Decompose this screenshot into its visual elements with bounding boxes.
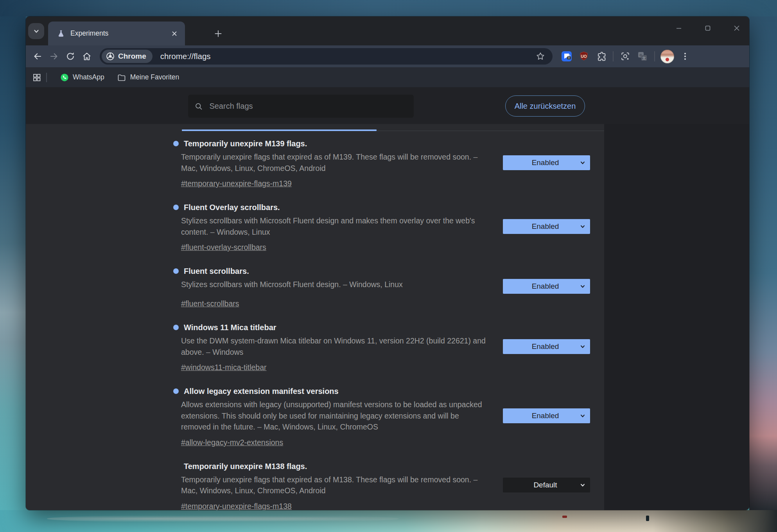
screenshot-lens-button[interactable] <box>617 48 634 65</box>
maximize-button[interactable] <box>699 21 716 36</box>
bookmark-whatsapp[interactable]: WhatsApp <box>57 72 108 83</box>
flag-entry: Allow legacy extension manifest versions… <box>173 386 590 448</box>
modified-dot <box>173 268 179 274</box>
modified-dot <box>173 388 179 394</box>
reset-all-button[interactable]: Alle zurücksetzen <box>505 95 585 117</box>
close-icon <box>734 25 740 31</box>
flag-title-text: Fluent Overlay scrollbars. <box>184 203 280 212</box>
flag-permalink[interactable]: #temporary-unexpire-flags-m139 <box>173 178 292 189</box>
wallpaper-foam <box>47 515 399 523</box>
flask-icon <box>57 29 65 38</box>
flag-permalink[interactable]: #fluent-overlay-scrollbars <box>173 242 266 252</box>
close-icon <box>171 30 178 37</box>
flag-title: Temporarily unexpire M138 flags. <box>173 461 495 471</box>
flag-title: Fluent Overlay scrollbars. <box>173 202 495 212</box>
browser-menu-button[interactable] <box>677 48 694 65</box>
available-tab-indicator <box>182 129 377 131</box>
flag-permalink[interactable]: #temporary-unexpire-flags-m138 <box>173 501 292 510</box>
bookmarks-separator <box>46 73 47 82</box>
flag-value-label: Default <box>533 481 557 489</box>
wallpaper-left <box>0 16 26 510</box>
password-manager-extension-icon[interactable] <box>558 48 575 65</box>
toolbar-separator <box>613 51 614 61</box>
flag-value-select[interactable]: Enabled <box>503 339 590 354</box>
flag-entry: Temporarily unexpire M139 flags. Tempora… <box>173 138 590 189</box>
window-controls <box>670 20 745 37</box>
chevron-down-icon <box>580 413 585 419</box>
translate-icon: G 文 <box>637 51 648 62</box>
flag-permalink[interactable]: #windows11-mica-titlebar <box>173 362 267 372</box>
flag-entry: Temporarily unexpire M138 flags. Tempora… <box>173 461 590 510</box>
toolbar-separator <box>654 51 655 61</box>
tabs-divider <box>377 131 604 131</box>
flags-page: Alle zurücksetzen Temporarily unexpire M… <box>26 87 749 510</box>
plus-icon <box>214 29 223 38</box>
translate-button[interactable]: G 文 <box>634 48 651 65</box>
url-badge-label: Chrome <box>118 52 146 61</box>
flag-description: Stylizes scrollbars with Microsoft Fluen… <box>173 279 490 294</box>
flag-value-select[interactable]: Enabled <box>503 155 590 170</box>
flag-value-label: Enabled <box>532 222 559 231</box>
flag-value-select[interactable]: Default <box>503 478 590 492</box>
extensions-puzzle-button[interactable] <box>592 48 610 65</box>
bookmark-star-button[interactable] <box>534 50 547 63</box>
flag-title: Temporarily unexpire M139 flags. <box>173 138 495 149</box>
flag-value-label: Enabled <box>532 282 559 291</box>
reload-button[interactable] <box>62 48 79 65</box>
flag-title: Windows 11 Mica titlebar <box>173 322 495 332</box>
whatsapp-icon <box>60 73 69 82</box>
flag-entry: Fluent scrollbars. Stylizes scrollbars w… <box>173 266 590 309</box>
browser-window: Experiments <box>26 16 749 510</box>
flag-permalink[interactable]: #fluent-scrollbars <box>173 298 239 309</box>
flag-description: Use the DWM system-drawn Mica titlebar o… <box>173 335 490 358</box>
modified-dot <box>173 325 179 330</box>
flag-title: Fluent scrollbars. <box>173 266 495 276</box>
browser-toolbar: Chrome chrome://flags <box>26 45 749 67</box>
flag-value-select[interactable]: Enabled <box>503 408 590 423</box>
minimize-button[interactable] <box>670 21 687 36</box>
flag-description: Temporarily unexpire flags that expired … <box>173 474 490 496</box>
tab-close-button[interactable] <box>169 29 179 39</box>
apps-grid-button[interactable] <box>29 70 45 85</box>
address-bar[interactable]: Chrome chrome://flags <box>100 48 553 65</box>
svg-text:文: 文 <box>642 56 646 60</box>
wallpaper-buoy <box>646 516 649 521</box>
forward-arrow-icon <box>49 51 59 61</box>
maximize-icon <box>705 25 711 31</box>
flag-entry: Windows 11 Mica titlebar Use the DWM sys… <box>173 322 590 372</box>
flag-permalink[interactable]: #allow-legacy-mv2-extensions <box>173 437 283 448</box>
bookmark-label: WhatsApp <box>73 73 104 81</box>
profile-avatar[interactable] <box>660 50 674 63</box>
puzzle-icon <box>596 51 607 62</box>
home-button[interactable] <box>79 48 95 65</box>
flags-search-box[interactable] <box>188 95 414 118</box>
new-tab-button[interactable] <box>212 27 224 40</box>
flag-value-select[interactable]: Enabled <box>503 279 590 294</box>
home-icon <box>82 51 92 61</box>
bookmarks-bar: WhatsApp Meine Favoriten <box>26 67 749 87</box>
url-site-badge[interactable]: Chrome <box>102 50 153 63</box>
forward-button[interactable] <box>46 48 62 65</box>
flag-description: Temporarily unexpire flags that expired … <box>173 151 490 174</box>
chrome-logo-icon <box>106 52 115 61</box>
close-button[interactable] <box>728 21 745 36</box>
apps-grid-icon <box>32 73 41 82</box>
flags-search-input[interactable] <box>208 101 407 111</box>
flags-page-header: Alle zurücksetzen <box>26 87 749 124</box>
wallpaper-boat <box>562 516 567 518</box>
flag-title: Allow legacy extension manifest versions <box>173 386 495 396</box>
ublock-origin-extension-icon[interactable]: UO <box>575 48 592 65</box>
back-button[interactable] <box>29 48 46 65</box>
flag-title-text: Windows 11 Mica titlebar <box>184 323 276 332</box>
tab-experiments[interactable]: Experiments <box>48 22 185 45</box>
flag-value-label: Enabled <box>532 158 559 167</box>
url-text: chrome://flags <box>160 52 534 61</box>
search-icon <box>194 102 203 111</box>
flag-value-select[interactable]: Enabled <box>503 219 590 234</box>
lens-camera-icon <box>620 51 631 62</box>
chevron-down-icon <box>32 27 40 35</box>
bookmark-folder-favorites[interactable]: Meine Favoriten <box>114 71 182 84</box>
tab-search-button[interactable] <box>28 23 44 39</box>
flag-title-text: Allow legacy extension manifest versions <box>184 387 339 395</box>
modified-dot <box>173 141 179 146</box>
